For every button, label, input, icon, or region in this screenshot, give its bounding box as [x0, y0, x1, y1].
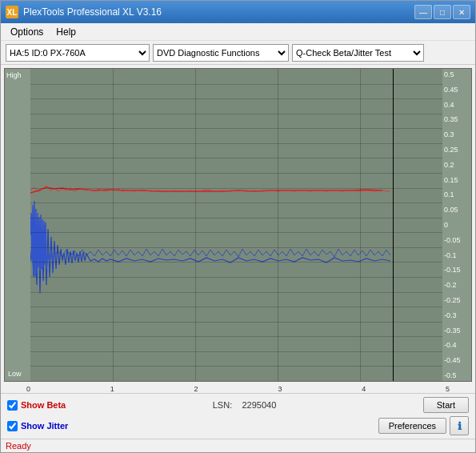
chart-plot [30, 69, 442, 381]
menu-help[interactable]: Help [50, 25, 82, 39]
lsn-value: 2295040 [242, 400, 276, 410]
bottom-row2: Show Jitter Preferences ℹ [7, 416, 469, 435]
y-label-19: -0.45 [444, 356, 470, 364]
y-label-11: -0.05 [444, 236, 470, 244]
preferences-button[interactable]: Preferences [378, 418, 446, 434]
title-bar: XL PlexTools Professional XL V3.16 — □ ✕ [1, 1, 475, 23]
show-beta-checkbox[interactable] [7, 400, 18, 411]
x-label-2: 2 [194, 385, 198, 393]
show-jitter-row: Show Jitter [7, 421, 68, 431]
toolbar: HA:5 ID:0 PX-760A DVD Diagnostic Functio… [1, 41, 475, 65]
info-button[interactable]: ℹ [450, 416, 469, 435]
test-select[interactable]: Q-Check Beta/Jitter Test [292, 44, 424, 62]
y-label-5: 0.25 [444, 146, 470, 154]
status-text: Ready [6, 441, 31, 451]
chart-svg [30, 69, 442, 381]
y-axis-high-label: High [5, 71, 22, 79]
y-label-1: 0.45 [444, 86, 470, 94]
title-bar-left: XL PlexTools Professional XL V3.16 [6, 6, 162, 18]
main-window: XL PlexTools Professional XL V3.16 — □ ✕… [0, 0, 476, 453]
x-label-3: 3 [278, 385, 282, 393]
menu-options[interactable]: Options [4, 25, 50, 39]
y-label-14: -0.2 [444, 281, 470, 289]
show-beta-row: Show Beta [7, 400, 66, 411]
bottom-right-buttons: Preferences ℹ [378, 416, 469, 435]
show-jitter-label: Show Jitter [21, 421, 68, 431]
maximize-button[interactable]: □ [434, 5, 451, 19]
y-label-16: -0.3 [444, 311, 470, 319]
y-label-2: 0.4 [444, 101, 470, 109]
y-label-6: 0.2 [444, 161, 470, 169]
show-beta-label: Show Beta [21, 400, 66, 410]
lsn-label: LSN: [213, 400, 232, 410]
status-bar: Ready [1, 439, 475, 452]
y-axis-right: 0.5 0.45 0.4 0.35 0.3 0.25 0.2 0.15 0.1 … [442, 69, 471, 381]
checkbox-area: Show Beta [7, 400, 66, 411]
y-label-4: 0.3 [444, 130, 470, 138]
x-label-5: 5 [446, 385, 450, 393]
window-title: PlexTools Professional XL V3.16 [23, 6, 162, 18]
y-label-20: -0.5 [444, 371, 470, 379]
x-label-1: 1 [110, 385, 114, 393]
x-axis-labels: 0 1 2 3 4 5 [1, 385, 475, 393]
bottom-bar: Show Beta LSN: 2295040 Start Show Jitter… [1, 393, 475, 439]
title-bar-buttons: — □ ✕ [414, 5, 470, 19]
y-label-18: -0.4 [444, 341, 470, 349]
y-label-9: 0.05 [444, 206, 470, 214]
app-icon: XL [6, 6, 18, 18]
y-label-17: -0.35 [444, 327, 470, 335]
show-jitter-checkbox[interactable] [7, 421, 18, 431]
x-label-4: 4 [362, 385, 366, 393]
start-button[interactable]: Start [423, 397, 469, 413]
chart-area: High Low [4, 68, 472, 382]
x-label-0: 0 [26, 385, 30, 393]
y-label-13: -0.15 [444, 266, 470, 274]
lsn-area: LSN: 2295040 [213, 400, 277, 410]
y-label-15: -0.25 [444, 296, 470, 304]
y-label-12: -0.1 [444, 251, 470, 259]
y-label-7: 0.15 [444, 176, 470, 184]
y-axis-low-label: Low [6, 370, 22, 378]
y-label-8: 0.1 [444, 190, 470, 198]
bottom-row1: Show Beta LSN: 2295040 Start [7, 397, 469, 413]
drive-select[interactable]: HA:5 ID:0 PX-760A [6, 44, 150, 62]
y-label-10: 0 [444, 221, 470, 229]
y-label-0: 0.5 [444, 70, 470, 78]
function-select[interactable]: DVD Diagnostic Functions [153, 44, 289, 62]
y-label-3: 0.35 [444, 115, 470, 123]
menu-bar: Options Help [1, 23, 475, 41]
close-button[interactable]: ✕ [453, 5, 470, 19]
jitter-dense [54, 249, 390, 257]
minimize-button[interactable]: — [414, 5, 432, 19]
